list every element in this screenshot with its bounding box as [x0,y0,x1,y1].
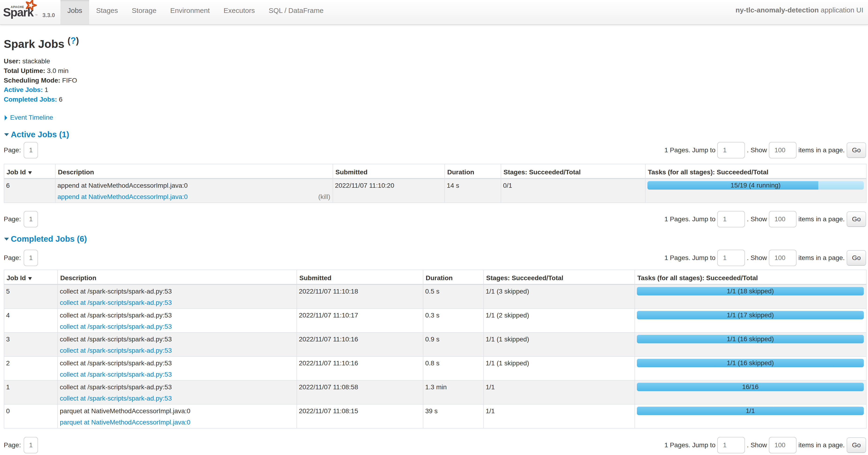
svg-text:TM: TM [35,14,37,16]
svg-text:Spark: Spark [3,6,34,19]
